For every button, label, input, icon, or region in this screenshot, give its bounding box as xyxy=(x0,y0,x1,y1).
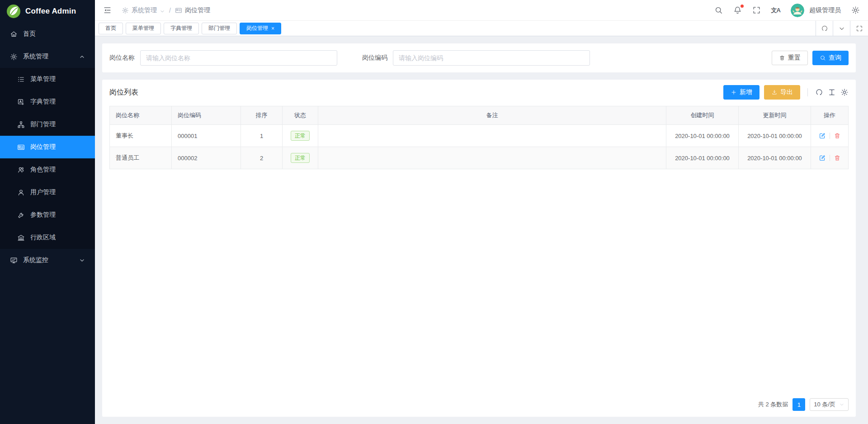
breadcrumb: 系统管理 / 岗位管理 xyxy=(122,6,210,14)
refresh-icon[interactable] xyxy=(815,88,823,96)
sidebar-item-role-mgmt[interactable]: 角色管理 xyxy=(0,158,95,181)
cell-sort: 1 xyxy=(241,125,283,147)
chevron-down-icon xyxy=(78,257,86,264)
app-logo[interactable]: Coffee Admin xyxy=(0,0,95,23)
col-header-sort: 排序 xyxy=(241,106,283,125)
notification-badge xyxy=(741,5,744,8)
close-icon[interactable]: × xyxy=(271,26,274,31)
breadcrumb-label: 系统管理 xyxy=(132,6,157,14)
content-fullscreen-icon[interactable] xyxy=(850,21,868,36)
card-header: 岗位列表 新增 导出 xyxy=(102,80,856,104)
export-button[interactable]: 导出 xyxy=(764,85,800,100)
form-item-post-code: 岗位编码 xyxy=(362,50,590,66)
id-card-icon xyxy=(17,143,25,151)
sidebar-item-system-monitor[interactable]: 系统监控 xyxy=(0,249,95,272)
id-card-icon xyxy=(175,7,182,14)
reset-button[interactable]: 重置 xyxy=(772,51,808,65)
cell-updated: 2020-10-01 00:00:00 xyxy=(739,147,811,169)
cell-post-code: 000001 xyxy=(172,125,241,147)
tab-home[interactable]: 首页 xyxy=(99,23,123,34)
search-buttons: 重置 查询 xyxy=(772,51,849,65)
search-form-card: 岗位名称 岗位编码 重置 查询 xyxy=(102,43,856,72)
page-size-select[interactable]: 10 条/页 xyxy=(810,398,849,411)
cell-post-name: 董事长 xyxy=(110,125,172,147)
tab-dict-mgmt[interactable]: 字典管理 xyxy=(164,23,199,34)
sidebar-item-menu-mgmt[interactable]: 菜单管理 xyxy=(0,68,95,91)
cell-post-code: 000002 xyxy=(172,147,241,169)
col-header-created: 创建时间 xyxy=(666,106,739,125)
sidebar-item-post-mgmt[interactable]: 岗位管理 xyxy=(0,136,95,158)
table-row: 董事长 000001 1 正常 2020-10-01 00:00:00 2020… xyxy=(110,125,849,147)
cell-post-name: 普通员工 xyxy=(110,147,172,169)
notification-bell-icon[interactable] xyxy=(733,6,742,14)
navbar-right: 文A 超级管理员 xyxy=(714,4,860,17)
page-button-1[interactable]: 1 xyxy=(793,398,805,411)
sidebar-item-user-mgmt[interactable]: 用户管理 xyxy=(0,181,95,204)
user-name[interactable]: 超级管理员 xyxy=(809,6,841,14)
avatar[interactable] xyxy=(791,4,804,17)
sidebar-item-param-mgmt[interactable]: 参数管理 xyxy=(0,204,95,226)
breadcrumb-current: 岗位管理 xyxy=(175,6,210,14)
row-density-icon[interactable] xyxy=(828,88,836,96)
action-divider xyxy=(830,133,830,139)
search-icon[interactable] xyxy=(714,6,723,14)
cell-actions xyxy=(811,125,849,147)
breadcrumb-label: 岗位管理 xyxy=(185,6,210,14)
tab-dept-mgmt[interactable]: 部门管理 xyxy=(202,23,237,34)
sidebar-item-home[interactable]: 首页 xyxy=(0,23,95,45)
cell-created: 2020-10-01 00:00:00 xyxy=(666,125,739,147)
edit-icon[interactable] xyxy=(819,132,826,139)
app-title: Coffee Admin xyxy=(25,7,76,16)
table-header-row: 岗位名称 岗位编码 排序 状态 备注 创建时间 更新时间 操作 xyxy=(110,106,849,125)
settings-gear-icon[interactable] xyxy=(851,6,860,14)
home-icon xyxy=(10,30,18,38)
dictionary-icon xyxy=(17,98,25,106)
refresh-icon[interactable] xyxy=(816,21,833,36)
delete-icon[interactable] xyxy=(834,154,841,162)
sidebar-item-label: 部门管理 xyxy=(30,120,56,129)
sidebar-menu: 首页 系统管理 菜单管理 xyxy=(0,23,95,272)
sidebar-submenu-system: 菜单管理 字典管理 部门管理 xyxy=(0,68,95,249)
sidebar-item-dept-mgmt[interactable]: 部门管理 xyxy=(0,113,95,136)
sidebar-item-label: 用户管理 xyxy=(30,188,56,196)
export-button-label: 导出 xyxy=(780,88,793,96)
tab-label: 部门管理 xyxy=(208,24,230,32)
fullscreen-icon[interactable] xyxy=(752,6,761,14)
status-badge: 正常 xyxy=(291,153,310,163)
collapse-sidebar-icon[interactable] xyxy=(103,6,112,14)
col-header-status: 状态 xyxy=(283,106,318,125)
role-icon xyxy=(17,166,25,174)
sidebar-item-admin-region[interactable]: 行政区域 xyxy=(0,226,95,249)
sidebar-item-dict-mgmt[interactable]: 字典管理 xyxy=(0,91,95,113)
cell-actions xyxy=(811,147,849,169)
cell-remark xyxy=(318,147,666,169)
org-tree-icon xyxy=(17,121,25,129)
delete-icon[interactable] xyxy=(834,132,841,139)
status-badge: 正常 xyxy=(291,131,310,141)
tabs-menu-chevron-icon[interactable] xyxy=(833,21,850,36)
breadcrumb-system[interactable]: 系统管理 xyxy=(122,6,165,14)
query-button-label: 查询 xyxy=(829,54,841,62)
card-toolbar: 新增 导出 xyxy=(723,85,849,100)
col-header-post-name: 岗位名称 xyxy=(110,106,172,125)
tab-label: 菜单管理 xyxy=(132,24,154,32)
translate-icon[interactable]: 文A xyxy=(771,6,780,14)
post-code-label: 岗位编码 xyxy=(362,54,387,62)
cell-sort: 2 xyxy=(241,147,283,169)
sidebar-item-system-mgmt[interactable]: 系统管理 xyxy=(0,45,95,68)
tab-menu-mgmt[interactable]: 菜单管理 xyxy=(126,23,161,34)
sidebar-item-label: 参数管理 xyxy=(30,211,56,219)
menu-list-icon xyxy=(17,76,25,83)
add-button[interactable]: 新增 xyxy=(723,85,760,100)
pagination-total: 共 2 条数据 xyxy=(758,400,788,409)
cell-created: 2020-10-01 00:00:00 xyxy=(666,147,739,169)
post-name-input[interactable] xyxy=(140,50,337,66)
user-icon xyxy=(17,189,25,196)
page-size-value: 10 条/页 xyxy=(814,400,835,409)
tab-post-mgmt[interactable]: 岗位管理 × xyxy=(240,23,281,34)
action-divider xyxy=(830,155,830,161)
edit-icon[interactable] xyxy=(819,154,826,162)
column-settings-gear-icon[interactable] xyxy=(840,88,849,96)
query-button[interactable]: 查询 xyxy=(812,51,849,65)
post-code-input[interactable] xyxy=(393,50,590,66)
